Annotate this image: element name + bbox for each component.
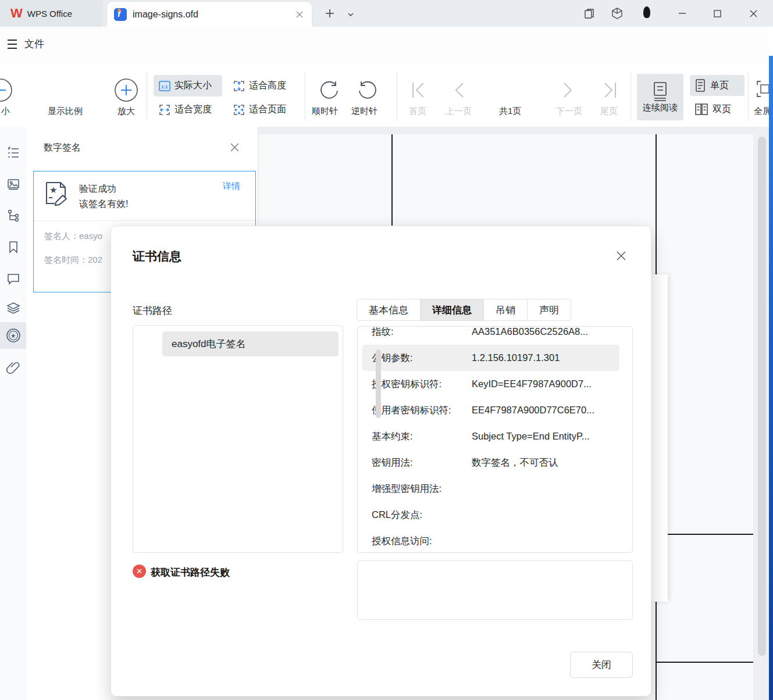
document-tab-title: image-signs.ofd bbox=[133, 9, 291, 20]
app-brand: W WPS Office bbox=[0, 0, 102, 27]
cert-row-key-usage[interactable]: 密钥用法:数字签名，不可否认 bbox=[362, 449, 619, 476]
fit-height-icon bbox=[233, 80, 245, 92]
zoom-in-label: 放大 bbox=[117, 106, 135, 117]
comment-icon[interactable] bbox=[0, 265, 26, 292]
structure-tree-icon[interactable] bbox=[0, 202, 26, 229]
app-name: WPS Office bbox=[27, 9, 72, 19]
continuous-read-icon bbox=[651, 81, 669, 101]
wps-office-window: W WPS Office f image-signs.ofd bbox=[0, 0, 773, 700]
close-window-button[interactable] bbox=[744, 5, 762, 22]
bookmark-icon[interactable] bbox=[0, 234, 26, 260]
zoom-out-icon[interactable] bbox=[0, 78, 13, 102]
svg-text:★: ★ bbox=[10, 333, 16, 339]
fullscreen-label: 全屏 bbox=[754, 106, 769, 117]
outline-icon[interactable] bbox=[0, 140, 26, 166]
certificate-path-tree: easyofd电子签名 bbox=[133, 325, 343, 553]
fit-page-icon bbox=[233, 103, 245, 116]
fit-height-button[interactable]: 适合高度 bbox=[228, 75, 297, 97]
detail-value-box bbox=[357, 560, 633, 620]
signature-details-dialog-edge bbox=[651, 274, 668, 602]
table-line bbox=[656, 662, 753, 663]
double-page-label: 双页 bbox=[713, 103, 731, 116]
cert-row-crl-distribution[interactable]: CRL分发点: bbox=[362, 502, 619, 528]
tab-revocation[interactable]: 吊销 bbox=[484, 299, 528, 320]
close-dialog-button[interactable]: 关闭 bbox=[570, 652, 633, 678]
certificate-info-dialog: 证书信息 证书路径 easyofd电子签名 基本信息 详细信息 吊销 声明 指纹… bbox=[111, 226, 651, 697]
divider bbox=[34, 220, 255, 221]
prev-page-icon[interactable] bbox=[453, 81, 465, 99]
fit-width-icon bbox=[158, 103, 171, 116]
sign-time-row: 签名时间：202 bbox=[44, 255, 112, 266]
rotate-clockwise-icon[interactable] bbox=[316, 77, 342, 102]
total-pages-label: 共1页 bbox=[499, 106, 521, 117]
dialog-close-icon[interactable] bbox=[615, 249, 628, 262]
certificate-tree-item[interactable]: easyofd电子签名 bbox=[162, 331, 339, 356]
layers-icon[interactable] bbox=[0, 295, 26, 322]
desktop-wallpaper bbox=[769, 56, 773, 700]
tab-close-icon[interactable] bbox=[291, 6, 308, 23]
verify-status-title: 验证成功 bbox=[79, 183, 116, 195]
panel-close-icon[interactable] bbox=[230, 142, 240, 152]
continuous-read-label: 连续阅读 bbox=[643, 102, 678, 113]
divider bbox=[748, 72, 749, 120]
error-icon: ✕ bbox=[133, 565, 146, 578]
certificate-tabs: 基本信息 详细信息 吊销 声明 bbox=[357, 299, 571, 321]
cert-row-public-key-params[interactable]: 公钥参数:1.2.156.10197.1.301 bbox=[362, 345, 619, 371]
single-page-label: 单页 bbox=[710, 80, 729, 92]
divider bbox=[630, 72, 631, 120]
cert-row-enhanced-key-usage[interactable]: 增强型密钥用法: bbox=[362, 476, 619, 502]
tab-statement[interactable]: 声明 bbox=[528, 299, 571, 320]
next-page-icon[interactable] bbox=[562, 81, 575, 99]
dialog-bottom-strip bbox=[111, 697, 651, 700]
tab-basic-info[interactable]: 基本信息 bbox=[357, 299, 421, 320]
tab-list-chevron-icon[interactable] bbox=[342, 6, 359, 23]
detail-list-scrollbar[interactable] bbox=[376, 349, 381, 418]
maximize-button[interactable] bbox=[708, 5, 726, 22]
continuous-read-button[interactable]: 连续阅读 bbox=[637, 74, 683, 120]
fit-page-button[interactable]: 适合页面 bbox=[228, 99, 297, 120]
double-page-icon bbox=[694, 102, 708, 116]
cert-row-subject-key-id[interactable]: 使用者密钥标识符:EE4F7987A900D77C6E70... bbox=[362, 397, 619, 423]
file-menu-label: 文件 bbox=[24, 37, 44, 51]
fit-actual-size-button[interactable]: 1:1 实际大小 bbox=[154, 75, 222, 97]
document-tab[interactable]: f image-signs.ofd bbox=[107, 2, 312, 27]
prev-page-label: 上一页 bbox=[446, 106, 472, 117]
details-link[interactable]: 详情 bbox=[223, 181, 240, 192]
new-tab-button[interactable] bbox=[321, 5, 339, 22]
fit-page-label: 适合页面 bbox=[249, 103, 286, 116]
last-page-icon[interactable] bbox=[603, 81, 618, 99]
zoom-ratio-label: 显示比例 bbox=[48, 106, 83, 117]
panel-title: 数字签名 bbox=[44, 142, 81, 154]
stack-windows-icon[interactable] bbox=[580, 5, 598, 22]
fit-width-button[interactable]: 适合宽度 bbox=[154, 99, 222, 120]
rotate-cw-label: 顺时针 bbox=[312, 106, 338, 117]
document-scrollbar[interactable] bbox=[758, 137, 766, 656]
next-page-label: 下一页 bbox=[556, 106, 582, 117]
3d-view-icon[interactable] bbox=[608, 5, 626, 22]
digital-signature-icon[interactable]: ★ bbox=[0, 322, 26, 349]
minimize-button[interactable] bbox=[674, 5, 691, 22]
navigation-rail: ★ bbox=[0, 127, 26, 700]
divider bbox=[147, 72, 147, 120]
rotate-counterclockwise-icon[interactable] bbox=[355, 77, 380, 102]
single-page-icon bbox=[694, 78, 706, 92]
view-toolbar: 小 100% 显示比例 放大 1:1 实际大小 适合高度 bbox=[0, 64, 769, 127]
cert-row-authority-key-id[interactable]: 授权密钥标识符:KeyID=EE4F7987A900D7... bbox=[362, 371, 619, 397]
attachment-icon[interactable] bbox=[0, 353, 26, 380]
images-icon[interactable] bbox=[0, 171, 26, 198]
tab-detail-info[interactable]: 详细信息 bbox=[421, 299, 484, 320]
zoom-in-icon[interactable] bbox=[114, 78, 138, 102]
file-menu-button[interactable]: 文件 bbox=[7, 37, 44, 51]
cert-row-fingerprint[interactable]: 指纹:AA351A6B0356C2526A8... bbox=[362, 326, 619, 345]
fit-width-label: 适合宽度 bbox=[174, 103, 212, 116]
certificate-detail-list: 指纹:AA351A6B0356C2526A8... 公钥参数:1.2.156.1… bbox=[357, 326, 633, 553]
cert-row-authority-info-access[interactable]: 授权信息访问: bbox=[362, 528, 619, 553]
double-page-button[interactable]: 双页 bbox=[690, 99, 744, 120]
single-page-button[interactable]: 单页 bbox=[690, 75, 744, 96]
fit-height-label: 适合高度 bbox=[249, 80, 286, 92]
rotate-ccw-label: 逆时针 bbox=[351, 106, 377, 117]
signer-row: 签名人：easyo bbox=[44, 231, 112, 242]
first-page-icon[interactable] bbox=[411, 81, 426, 99]
ofd-file-icon: f bbox=[114, 8, 127, 21]
cert-row-basic-constraints[interactable]: 基本约束:Subject Type=End EntityP... bbox=[362, 423, 619, 449]
